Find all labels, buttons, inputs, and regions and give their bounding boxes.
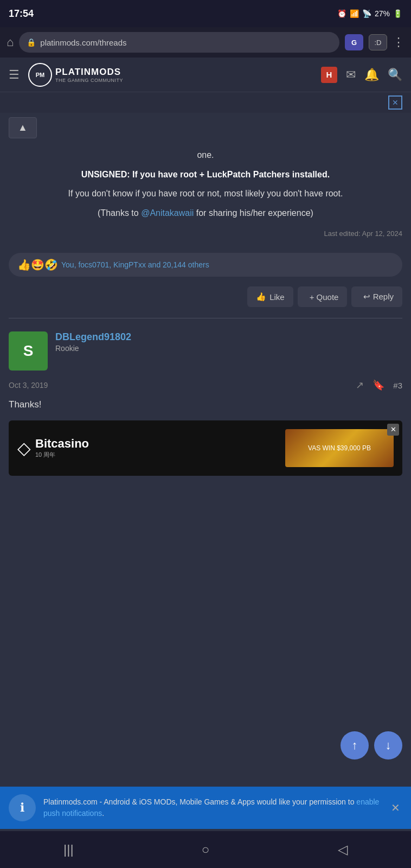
post-content-text: Thanks! [9,395,402,414]
site-header: ☰ PM PLATINMODS THE GAMING COMMUNITY H ✉… [0,58,411,92]
reaction-emojis: 👍🤩🤣 [17,258,58,271]
scroll-btn-area: ▲ [0,113,411,143]
notification-icon: ℹ [9,794,36,821]
hamburger-menu-icon[interactable]: ☰ [9,68,20,82]
logo-main-text: PLATINMODS [55,67,123,78]
post-number: #3 [393,381,402,390]
user-post: S DBLegend91802 Rookie Oct 3, 2019 ↗ 🔖 #… [9,325,402,489]
browser-actions: G :D ⋮ [345,34,404,50]
browser-url-bar[interactable]: 🔒 platinmods.com/threads [19,32,339,53]
browser-home-icon[interactable]: ⌂ [7,35,14,49]
share-icon[interactable]: ↗ [356,379,364,391]
tab-btn[interactable]: :D [369,34,387,50]
ad-game-preview: VAS WIN $39,000 PB [285,429,394,467]
post-unsigned: UNSIGNED: If you have root + LuckPatch P… [81,170,330,179]
status-time: 17:54 [9,8,34,20]
logo-sub-text: THE GAMING COMMUNITY [55,78,123,83]
nav-bars-button[interactable]: ||| [52,833,85,866]
message-icon[interactable]: ✉ [346,68,356,82]
bell-icon[interactable]: 🔔 [364,68,379,82]
bitcasino-name-block: Bitcasino 10 周年 [35,437,89,459]
signal-icon: 📡 [362,9,371,18]
user-role: Rookie [55,344,402,353]
post-continuation: one. [9,148,402,162]
user-info-row: S DBLegend91802 Rookie [9,331,402,371]
browser-menu-icon[interactable]: ⋮ [393,35,404,49]
ad-banner: ✕ ◇ Bitcasino 10 周年 VAS WIN $39,000 PB [9,420,402,476]
site-header-left: ☰ PM PLATINMODS THE GAMING COMMUNITY [9,63,123,87]
post-body: one. UNSIGNED: If you have root + LuckPa… [9,143,402,247]
scroll-to-bottom-button[interactable]: ↓ [374,731,402,760]
post-text: one. UNSIGNED: If you have root + LuckPa… [9,148,402,220]
logo-text: PLATINMODS THE GAMING COMMUNITY [55,67,123,83]
security-icon: 🔒 [27,38,36,47]
reaction-count-text: You, focs0701, KingPTxx and 20,144 other… [61,260,209,269]
scroll-to-top-button[interactable]: ↑ [341,731,369,760]
nav-back-button[interactable]: ◁ [326,833,359,866]
bitcasino-subtext: 10 周年 [35,451,89,459]
h-badge[interactable]: H [321,67,337,83]
post-root-text: If you don't know if you have root or no… [9,187,402,201]
logo-circle: PM [28,63,52,87]
scroll-up-button[interactable]: ▲ [9,117,37,138]
bookmark-icon[interactable]: 🔖 [373,379,384,391]
action-buttons: 👍 Like + Quote ↩ Reply [9,282,402,311]
notification-close-button[interactable]: ✕ [389,799,402,816]
logo-container[interactable]: PM PLATINMODS THE GAMING COMMUNITY [28,63,123,87]
quote-button[interactable]: + Quote [298,286,348,307]
like-thumb-icon: 👍 [256,292,266,302]
ad-banner-content: ◇ Bitcasino 10 周年 [17,437,89,459]
bitcasino-logo: ◇ Bitcasino 10 周年 [17,437,89,459]
wifi-icon: 📶 [350,9,359,18]
post-meta-icons: ↗ 🔖 #3 [356,379,402,391]
browser-url-text: platinmods.com/threads [40,38,126,47]
bitcasino-name: Bitcasino [35,437,89,451]
ad-close-button[interactable]: ✕ [388,95,402,110]
battery-icon: 🔋 [393,9,402,18]
floating-buttons: ↑ ↓ [341,731,402,760]
search-icon[interactable]: 🔍 [388,68,402,82]
ad-close-area: ✕ [0,92,411,113]
browser-bar: ⌂ 🔒 platinmods.com/threads G :D ⋮ [0,27,411,58]
reply-button[interactable]: ↩ Reply [351,286,402,307]
notification-text: Platinmods.com - Android & iOS MODs, Mob… [43,796,381,819]
separator [9,318,402,318]
like-button[interactable]: 👍 Like [247,286,293,307]
post-thanks-line: (Thanks to @Anitakawaii for sharing his/… [9,206,402,220]
user-details: DBLegend91802 Rookie [55,331,402,353]
battery-text: 27% [375,9,390,18]
translate-btn[interactable]: G [345,34,363,50]
ad-banner-close-button[interactable]: ✕ [387,424,399,436]
nav-home-button[interactable]: ○ [189,833,222,866]
main-content: one. UNSIGNED: If you have root + LuckPa… [0,143,411,497]
notification-banner: ℹ Platinmods.com - Android & iOS MODs, M… [0,787,411,829]
reactions-row[interactable]: 👍🤩🤣 You, focs0701, KingPTxx and 20,144 o… [9,253,402,277]
last-edited-text: Last edited: Apr 12, 2024 [9,225,402,242]
alarm-icon: ⏰ [337,9,346,18]
user-avatar[interactable]: S [9,331,48,371]
post-thanks-link[interactable]: @Anitakawaii [141,208,194,218]
site-header-right: H ✉ 🔔 🔍 [321,67,402,83]
username-link[interactable]: DBLegend91802 [55,331,131,342]
status-icons: ⏰ 📶 📡 27% 🔋 [337,9,402,18]
bottom-nav: ||| ○ ◁ [0,831,411,868]
post-meta: Oct 3, 2019 ↗ 🔖 #3 [9,371,402,395]
status-bar: 17:54 ⏰ 📶 📡 27% 🔋 [0,0,411,27]
post-date: Oct 3, 2019 [9,381,48,390]
bitcasino-diamond-icon: ◇ [17,438,31,458]
